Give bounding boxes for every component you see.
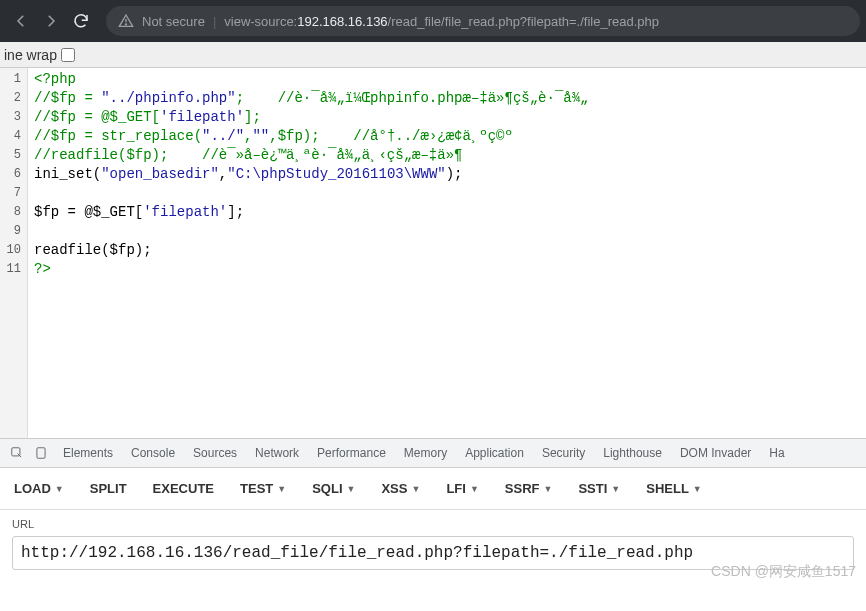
chevron-down-icon: ▼ — [611, 484, 620, 494]
devtools-tab-sources[interactable]: Sources — [184, 438, 246, 468]
line-number: 8 — [0, 203, 21, 222]
source-line: //$fp = @$_GET['filepath']; — [34, 108, 589, 127]
source-line — [34, 184, 589, 203]
line-number: 6 — [0, 165, 21, 184]
hackbar-sqli-button[interactable]: SQLI▼ — [304, 468, 363, 510]
line-number: 5 — [0, 146, 21, 165]
source-line: //readfile($fp); //è¯»å–è¿™ä¸ªè·¯å¾„ä¸‹ç… — [34, 146, 589, 165]
hackbar-button-label: SSRF — [505, 481, 540, 496]
linewrap-bar: ine wrap — [0, 42, 866, 68]
source-line: readfile($fp); — [34, 241, 589, 260]
hackbar-load-button[interactable]: LOAD▼ — [6, 468, 72, 510]
source-code: <?php//$fp = "../phpinfo.php"; //è·¯å¾„ï… — [28, 68, 595, 438]
hackbar-button-label: EXECUTE — [153, 481, 214, 496]
source-line: ?> — [34, 260, 589, 279]
browser-toolbar: Not secure | view-source: 192.168.16.136… — [0, 0, 866, 42]
reload-button[interactable] — [66, 6, 96, 36]
devtools-tab-application[interactable]: Application — [456, 438, 533, 468]
hackbar-xss-button[interactable]: XSS▼ — [373, 468, 428, 510]
hackbar-test-button[interactable]: TEST▼ — [232, 468, 294, 510]
line-number: 3 — [0, 108, 21, 127]
chevron-down-icon: ▼ — [277, 484, 286, 494]
chevron-down-icon: ▼ — [55, 484, 64, 494]
back-button[interactable] — [6, 6, 36, 36]
hackbar-execute-button[interactable]: EXECUTE — [145, 468, 222, 510]
chevron-down-icon: ▼ — [411, 484, 420, 494]
hackbar-split-button[interactable]: SPLIT — [82, 468, 135, 510]
line-number: 2 — [0, 89, 21, 108]
forward-button[interactable] — [36, 6, 66, 36]
hackbar-button-label: SHELL — [646, 481, 689, 496]
hackbar-button-label: LFI — [446, 481, 466, 496]
url-section: URL — [0, 510, 866, 570]
line-number: 4 — [0, 127, 21, 146]
svg-point-1 — [125, 24, 126, 25]
hackbar-button-label: TEST — [240, 481, 273, 496]
hackbar-button-label: SSTI — [578, 481, 607, 496]
device-toggle-icon[interactable] — [30, 442, 52, 464]
inspect-icon[interactable] — [6, 442, 28, 464]
source-line: $fp = @$_GET['filepath']; — [34, 203, 589, 222]
chevron-down-icon: ▼ — [470, 484, 479, 494]
devtools-tab-memory[interactable]: Memory — [395, 438, 456, 468]
hackbar-button-label: LOAD — [14, 481, 51, 496]
hackbar-ssti-button[interactable]: SSTI▼ — [570, 468, 628, 510]
linewrap-label: ine wrap — [4, 47, 57, 63]
hackbar-button-label: SQLI — [312, 481, 342, 496]
address-bar[interactable]: Not secure | view-source: 192.168.16.136… — [106, 6, 860, 36]
devtools-tab-dom-invader[interactable]: DOM Invader — [671, 438, 760, 468]
line-number: 9 — [0, 222, 21, 241]
source-line: //$fp = "../phpinfo.php"; //è·¯å¾„ï¼Œphp… — [34, 89, 589, 108]
url-host: 192.168.16.136 — [297, 14, 387, 29]
hackbar-button-label: SPLIT — [90, 481, 127, 496]
hackbar-shell-button[interactable]: SHELL▼ — [638, 468, 710, 510]
line-number: 7 — [0, 184, 21, 203]
url-path: /read_file/file_read.php?filepath=./file… — [388, 14, 659, 29]
url-prefix: view-source: — [224, 14, 297, 29]
devtools-tab-elements[interactable]: Elements — [54, 438, 122, 468]
hackbar-toolbar: LOAD▼SPLITEXECUTETEST▼SQLI▼XSS▼LFI▼SSRF▼… — [0, 468, 866, 510]
not-secure-icon — [118, 13, 134, 29]
hackbar-ssrf-button[interactable]: SSRF▼ — [497, 468, 561, 510]
devtools-tab-lighthouse[interactable]: Lighthouse — [594, 438, 671, 468]
devtools-tab-console[interactable]: Console — [122, 438, 184, 468]
line-number: 1 — [0, 70, 21, 89]
source-viewer: 1234567891011 <?php//$fp = "../phpinfo.p… — [0, 68, 866, 438]
not-secure-label: Not secure — [142, 14, 205, 29]
line-number-gutter: 1234567891011 — [0, 68, 28, 438]
devtools-tab-security[interactable]: Security — [533, 438, 594, 468]
linewrap-checkbox[interactable] — [61, 48, 75, 62]
devtools-tabstrip: ElementsConsoleSourcesNetworkPerformance… — [0, 438, 866, 468]
source-line: <?php — [34, 70, 589, 89]
omnibox-separator: | — [213, 14, 216, 29]
chevron-down-icon: ▼ — [347, 484, 356, 494]
source-line — [34, 222, 589, 241]
hackbar-lfi-button[interactable]: LFI▼ — [438, 468, 486, 510]
devtools-tab-performance[interactable]: Performance — [308, 438, 395, 468]
line-number: 11 — [0, 260, 21, 279]
devtools-tab-network[interactable]: Network — [246, 438, 308, 468]
source-line: //$fp = str_replace("../","",$fp); //å°†… — [34, 127, 589, 146]
hackbar-button-label: XSS — [381, 481, 407, 496]
chevron-down-icon: ▼ — [693, 484, 702, 494]
svg-rect-3 — [37, 448, 45, 459]
source-line: ini_set("open_basedir","C:\phpStudy_2016… — [34, 165, 589, 184]
devtools-tab-ha[interactable]: Ha — [760, 438, 793, 468]
url-field-label: URL — [12, 518, 854, 530]
url-input[interactable] — [12, 536, 854, 570]
line-number: 10 — [0, 241, 21, 260]
chevron-down-icon: ▼ — [543, 484, 552, 494]
